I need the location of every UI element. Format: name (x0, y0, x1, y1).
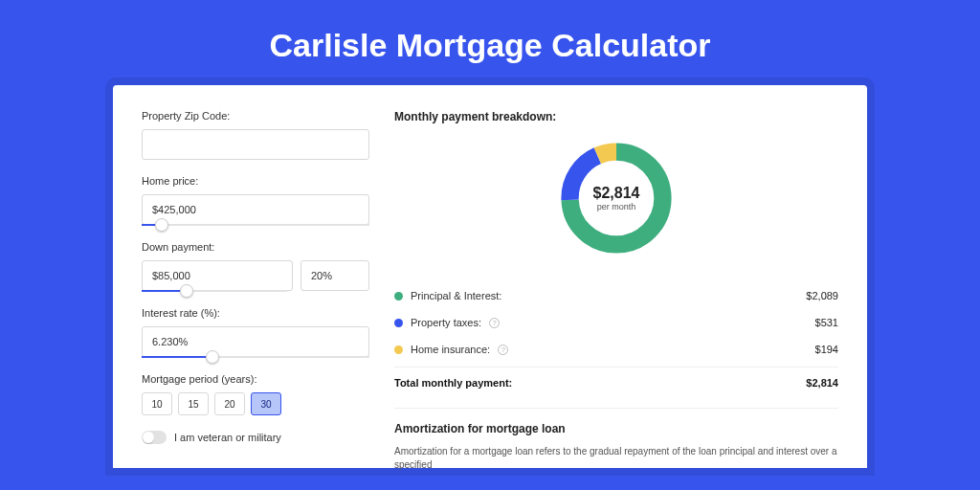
dot-icon (394, 345, 403, 354)
legend-value: $2,089 (806, 290, 838, 301)
home-price-slider[interactable] (142, 224, 369, 226)
down-payment-pct-input[interactable] (301, 260, 369, 291)
legend-row-taxes: Property taxes: ? $531 (394, 309, 838, 336)
period-option-15[interactable]: 15 (178, 392, 209, 415)
calculator-card: Property Zip Code: Home price: Down paym… (113, 85, 867, 468)
legend-value: $531 (815, 317, 838, 328)
legend-label: Principal & Interest: (411, 290, 501, 301)
amortization-section: Amortization for mortgage loan Amortizat… (394, 408, 838, 472)
period-option-30[interactable]: 30 (251, 392, 281, 415)
breakdown-title: Monthly payment breakdown: (394, 110, 838, 123)
donut-center-suffix: per month (597, 202, 636, 212)
breakdown-donut-chart: $2,814 per month (555, 137, 678, 259)
period-group: Mortgage period (years): 10 15 20 30 (142, 373, 369, 415)
total-value: $2,814 (806, 377, 838, 389)
home-price-label: Home price: (142, 175, 369, 187)
down-payment-amount-input[interactable] (142, 260, 293, 291)
amortization-title: Amortization for mortgage loan (394, 422, 838, 435)
interest-input[interactable] (142, 326, 369, 357)
interest-label: Interest rate (%): (142, 307, 369, 319)
legend-row-insurance: Home insurance: ? $194 (394, 336, 838, 363)
zip-label: Property Zip Code: (142, 110, 369, 122)
interest-group: Interest rate (%): (142, 307, 369, 358)
veteran-label: I am veteran or military (174, 432, 281, 443)
legend-row-principal: Principal & Interest: $2,089 (394, 282, 838, 309)
info-icon[interactable]: ? (489, 318, 500, 328)
period-label: Mortgage period (years): (142, 373, 369, 385)
home-price-input[interactable] (142, 194, 369, 225)
down-payment-group: Down payment: (142, 241, 369, 292)
interest-slider[interactable] (142, 356, 369, 358)
inputs-panel: Property Zip Code: Home price: Down paym… (142, 110, 369, 468)
donut-center-amount: $2,814 (593, 185, 640, 202)
home-price-group: Home price: (142, 175, 369, 226)
period-option-10[interactable]: 10 (142, 392, 172, 415)
total-row: Total monthly payment: $2,814 (394, 367, 838, 398)
veteran-toggle[interactable] (142, 431, 167, 444)
page-title: Carlisle Mortgage Calculator (0, 0, 980, 85)
dot-icon (394, 292, 403, 301)
amortization-text: Amortization for a mortgage loan refers … (394, 445, 838, 472)
zip-input[interactable] (142, 129, 369, 160)
down-payment-label: Down payment: (142, 241, 369, 253)
down-payment-slider[interactable] (142, 290, 287, 292)
info-icon[interactable]: ? (498, 345, 508, 355)
dot-icon (394, 319, 403, 327)
veteran-row: I am veteran or military (142, 431, 369, 444)
legend-label: Property taxes: (411, 317, 481, 328)
period-option-20[interactable]: 20 (214, 392, 245, 415)
zip-group: Property Zip Code: (142, 110, 369, 160)
period-pills: 10 15 20 30 (142, 392, 369, 415)
legend-label: Home insurance: (411, 344, 490, 355)
total-label: Total monthly payment: (394, 377, 512, 389)
legend-value: $194 (815, 344, 838, 355)
breakdown-panel: Monthly payment breakdown: $2,814 per mo… (394, 110, 838, 468)
